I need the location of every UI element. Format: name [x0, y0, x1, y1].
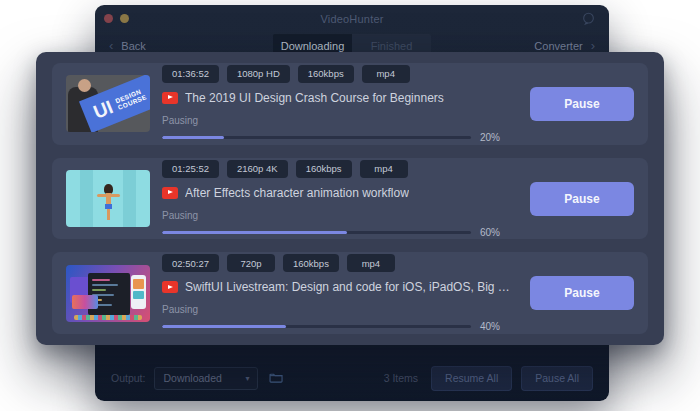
progress-row: 40%: [162, 321, 514, 332]
pause-all-button[interactable]: Pause All: [521, 366, 593, 391]
bitrate-badge: 160kbps: [296, 160, 352, 178]
bitrate-badge: 160kbps: [298, 65, 354, 83]
pause-button[interactable]: Pause: [530, 276, 634, 310]
download-status: Pausing: [162, 210, 514, 221]
title-bar: VideoHunter: [95, 5, 609, 32]
output-bar: Output: Downloaded ▾ 3 Items Resume All …: [95, 364, 609, 392]
thumbnail-text: DESIGNCOURSE: [114, 87, 148, 112]
resume-all-button[interactable]: Resume All: [431, 366, 512, 391]
download-status: Pausing: [162, 115, 514, 126]
bitrate-badge: 160kbps: [283, 254, 339, 272]
chevron-left-icon: ‹: [109, 39, 113, 52]
video-title: The 2019 UI Design Crash Course for Begi…: [185, 91, 444, 105]
format-badge: mp4: [360, 160, 408, 178]
download-item: 01:25:52 2160p 4K 160kbps mp4 After Effe…: [52, 158, 648, 240]
download-info: 01:25:52 2160p 4K 160kbps mp4 After Effe…: [162, 160, 514, 238]
badge-row: 01:36:52 1080p HD 160kbps mp4: [162, 65, 514, 83]
back-button[interactable]: ‹ Back: [109, 39, 146, 52]
progress-fill: [162, 231, 347, 234]
quality-badge: 1080p HD: [227, 65, 290, 83]
download-item: 02:50:27 720p 160kbps mp4 SwiftUI Livest…: [52, 252, 648, 334]
output-folder-select[interactable]: Downloaded ▾: [154, 367, 258, 390]
back-label: Back: [121, 40, 145, 52]
quality-badge: 2160p 4K: [227, 160, 288, 178]
download-item: UI DESIGNCOURSE 01:36:52 1080p HD 160kbp…: [52, 63, 648, 145]
pause-button[interactable]: Pause: [530, 182, 634, 216]
video-title: After Effects character animation workfl…: [185, 186, 409, 200]
video-thumbnail: UI DESIGNCOURSE: [66, 75, 150, 132]
progress-row: 20%: [162, 132, 514, 143]
screen: VideoHunter ‹ Back Downloading Finished …: [0, 0, 700, 411]
quality-badge: 720p: [227, 254, 275, 272]
video-thumbnail: [66, 265, 150, 322]
progress-track: [162, 136, 471, 139]
format-badge: mp4: [362, 65, 410, 83]
minimize-window-button[interactable]: [120, 14, 129, 23]
open-folder-icon[interactable]: [269, 371, 285, 385]
progress-percent: 40%: [480, 321, 514, 332]
thumbnail-text: UI: [91, 96, 117, 124]
format-badge: mp4: [347, 254, 395, 272]
output-folder-value: Downloaded: [163, 372, 221, 384]
download-info: 02:50:27 720p 160kbps mp4 SwiftUI Livest…: [162, 254, 514, 332]
pause-button[interactable]: Pause: [530, 87, 634, 121]
converter-button[interactable]: Converter ›: [534, 39, 595, 52]
traffic-lights: [104, 14, 129, 23]
download-info: 01:36:52 1080p HD 160kbps mp4 The 2019 U…: [162, 65, 514, 143]
download-status: Pausing: [162, 304, 514, 315]
chevron-down-icon: ▾: [245, 374, 249, 383]
video-thumbnail: [66, 170, 150, 227]
badge-row: 01:25:52 2160p 4K 160kbps mp4: [162, 160, 514, 178]
downloads-panel: UI DESIGNCOURSE 01:36:52 1080p HD 160kbp…: [36, 52, 664, 345]
youtube-icon: [162, 281, 178, 293]
window-title: VideoHunter: [320, 13, 383, 25]
duration-badge: 01:36:52: [162, 65, 219, 83]
duration-badge: 01:25:52: [162, 160, 219, 178]
progress-track: [162, 231, 471, 234]
progress-percent: 20%: [480, 132, 514, 143]
converter-label: Converter: [534, 40, 582, 52]
progress-fill: [162, 136, 224, 139]
duration-badge: 02:50:27: [162, 254, 219, 272]
progress-row: 60%: [162, 227, 514, 238]
youtube-icon: [162, 187, 178, 199]
progress-track: [162, 325, 471, 328]
output-label: Output:: [111, 372, 145, 384]
chevron-right-icon: ›: [591, 39, 595, 52]
items-count: 3 Items: [384, 372, 418, 384]
youtube-icon: [162, 92, 178, 104]
feedback-bubble-icon[interactable]: [582, 12, 595, 25]
progress-percent: 60%: [480, 227, 514, 238]
video-title: SwiftUI Livestream: Design and code for …: [185, 280, 514, 294]
close-window-button[interactable]: [104, 14, 113, 23]
progress-fill: [162, 325, 286, 328]
badge-row: 02:50:27 720p 160kbps mp4: [162, 254, 514, 272]
